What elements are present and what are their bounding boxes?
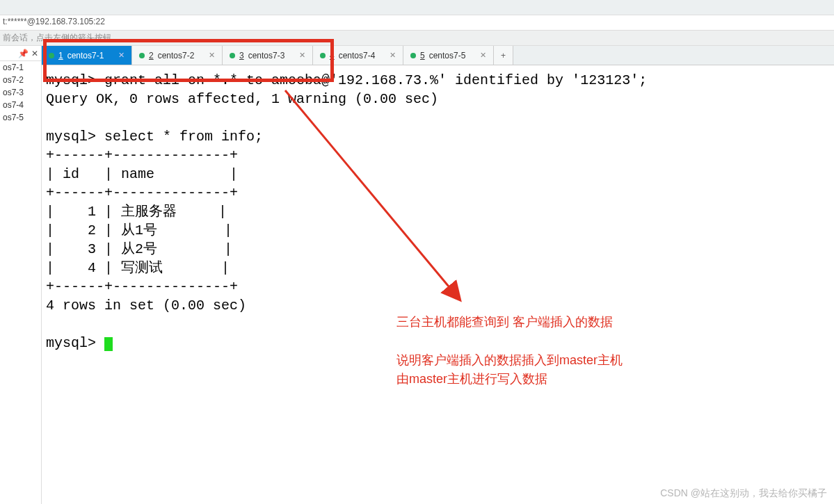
terminal-line: mysql> (46, 335, 104, 351)
terminal-output[interactable]: mysql> grant all on *.* to amoeba@'192.1… (42, 65, 834, 504)
tab-bar: 1 centos7-1 ✕ 2 centos7-2 ✕ 3 centos7-3 … (42, 46, 834, 65)
terminal-line: | 1 | 主服务器 | (46, 204, 227, 220)
tab-centos7-2[interactable]: 2 centos7-2 ✕ (132, 46, 223, 65)
sidebar-item-host1[interactable]: os7-1 (0, 61, 41, 74)
status-dot-icon (139, 53, 145, 58)
cursor-icon (104, 337, 113, 351)
sidebar-item-host4[interactable]: os7-4 (0, 99, 41, 111)
status-dot-icon (410, 53, 416, 58)
toolbar (0, 0, 834, 15)
tab-add-button[interactable]: + (494, 46, 513, 65)
terminal-line: Query OK, 0 rows affected, 1 warning (0.… (46, 91, 438, 107)
sidebar: 📌 ✕ os7-1 os7-2 os7-3 os7-4 os7-5 (0, 46, 42, 504)
tab-number: 3 (239, 51, 244, 60)
session-hint: 前会话，点击左侧的箭头按钮。 (3, 33, 120, 42)
tab-centos7-3[interactable]: 3 centos7-3 ✕ (223, 46, 313, 65)
tab-label: centos7-4 (339, 51, 376, 60)
terminal-line: | id | name | (46, 166, 238, 182)
annotation-text: 由master主机进行写入数据 (396, 372, 547, 386)
terminal-line: +------+--------------+ (46, 185, 238, 201)
sidebar-header: 📌 ✕ (0, 46, 41, 61)
tab-close-icon[interactable]: ✕ (299, 51, 305, 60)
tab-number: 5 (420, 51, 425, 60)
address-bar: t:******@192.168.73.105:22 (0, 15, 834, 31)
session-info-bar: 前会话，点击左侧的箭头按钮。 (0, 31, 834, 46)
content-area: 1 centos7-1 ✕ 2 centos7-2 ✕ 3 centos7-3 … (42, 46, 834, 504)
annotation-1: 三台主机都能查询到 客户端插入的数据 (396, 313, 613, 332)
annotation-text: 说明客户端插入的数据插入到master主机 (396, 353, 623, 367)
sidebar-item-host3[interactable]: os7-3 (0, 86, 41, 99)
tab-label: centos7-3 (248, 51, 285, 60)
sidebar-item-host5[interactable]: os7-5 (0, 111, 41, 124)
main-area: 📌 ✕ os7-1 os7-2 os7-3 os7-4 os7-5 1 cent… (0, 46, 834, 504)
terminal-line: | 3 | 从2号 | (46, 241, 232, 257)
terminal-line: +------+--------------+ (46, 279, 238, 295)
pin-icon[interactable]: 📌 (18, 49, 29, 58)
terminal-line: 4 rows in set (0.00 sec) (46, 298, 246, 314)
address-text: t:******@192.168.73.105:22 (3, 17, 105, 26)
terminal-line: | 2 | 从1号 | (46, 222, 232, 238)
status-dot-icon (320, 53, 326, 58)
terminal-line: | 4 | 写测试 | (46, 260, 230, 276)
terminal-line: mysql> grant all on *.* to amoeba@'192.1… (46, 72, 647, 88)
tab-close-icon[interactable]: ✕ (390, 51, 396, 60)
terminal-line: mysql> select * from info; (46, 129, 263, 145)
tab-centos7-5[interactable]: 5 centos7-5 ✕ (403, 46, 494, 65)
tab-number: 4 (330, 51, 335, 60)
tab-close-icon[interactable]: ✕ (118, 51, 125, 60)
tab-centos7-1[interactable]: 1 centos7-1 ✕ (42, 46, 132, 65)
tab-number: 2 (149, 51, 154, 60)
tab-close-icon[interactable]: ✕ (480, 51, 486, 60)
tab-close-icon[interactable]: ✕ (209, 51, 215, 60)
tab-label: centos7-1 (67, 51, 104, 60)
close-icon[interactable]: ✕ (31, 49, 38, 58)
watermark: CSDN @站在这别动，我去给你买橘子 (660, 487, 827, 500)
terminal-line: +------+--------------+ (46, 147, 238, 163)
tab-number: 1 (58, 51, 63, 60)
tab-label: centos7-5 (429, 51, 466, 60)
sidebar-item-host2[interactable]: os7-2 (0, 74, 41, 86)
tab-centos7-4[interactable]: 4 centos7-4 ✕ (313, 46, 403, 65)
annotation-2: 说明客户端插入的数据插入到master主机 由master主机进行写入数据 (396, 351, 623, 389)
status-dot-icon (230, 53, 235, 58)
tab-label: centos7-2 (158, 51, 195, 60)
status-dot-icon (49, 53, 54, 58)
annotation-text: 三台主机都能查询到 客户端插入的数据 (396, 315, 613, 329)
